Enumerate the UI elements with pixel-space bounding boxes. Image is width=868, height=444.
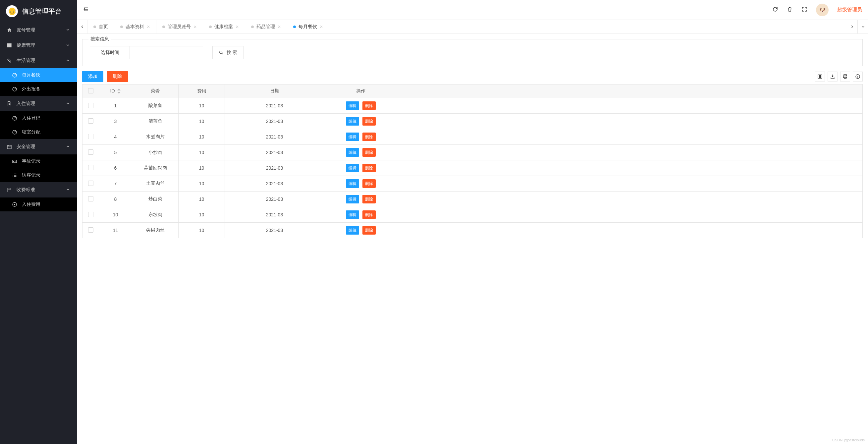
select-all-checkbox[interactable] [88, 88, 93, 93]
add-button[interactable]: 添加 [82, 71, 103, 82]
row-checkbox[interactable] [88, 118, 93, 124]
row-checkbox[interactable] [88, 134, 93, 139]
avatar[interactable]: 🐶 [816, 4, 829, 16]
row-delete-button[interactable]: 删除 [363, 132, 376, 141]
menu-toggle-icon[interactable] [83, 6, 89, 13]
row-edit-button[interactable]: 编辑 [346, 179, 359, 188]
trash-icon[interactable] [787, 6, 793, 13]
data-table: ID 菜肴 费用 日期 操作 1 酸菜鱼 10 2021-03 编辑 删除 [82, 84, 863, 238]
col-id[interactable]: ID [99, 85, 132, 98]
tabs-row: 首页基本资料✕管理员账号✕健康档案✕药品管理✕每月餐饮✕ [77, 20, 868, 34]
chevron-up-icon [66, 144, 70, 150]
sidebar-group-header[interactable]: 健康管理 [0, 38, 77, 53]
dashboard-icon [12, 87, 17, 92]
sort-icon[interactable] [117, 88, 121, 94]
tab-label: 管理员账号 [168, 24, 191, 30]
row-edit-button[interactable]: 编辑 [346, 117, 359, 125]
calendar-icon [7, 144, 12, 149]
tab[interactable]: 基本资料✕ [114, 20, 156, 33]
doc-icon [7, 101, 12, 106]
row-delete-button[interactable]: 删除 [363, 226, 376, 235]
dashboard-icon [12, 129, 17, 135]
sidebar-group-header[interactable]: 生活管理 [0, 53, 77, 68]
tab[interactable]: 健康档案✕ [203, 20, 245, 33]
print-tool-icon[interactable] [840, 71, 850, 82]
date-input-group: 选择时间 [90, 46, 203, 59]
export-tool-icon[interactable] [828, 71, 838, 82]
cell-dish: 水煮肉片 [132, 129, 179, 145]
row-edit-button[interactable]: 编辑 [346, 164, 359, 172]
row-delete-button[interactable]: 删除 [363, 179, 376, 188]
fullscreen-icon[interactable] [801, 6, 807, 13]
cell-date: 2021-03 [225, 176, 324, 191]
columns-tool-icon[interactable] [815, 71, 825, 82]
sidebar-group-header[interactable]: 安全管理 [0, 139, 77, 154]
tab-close-icon[interactable]: ✕ [193, 25, 197, 29]
tabs-scroll-right[interactable] [847, 20, 858, 33]
row-edit-button[interactable]: 编辑 [346, 101, 359, 110]
cell-id: 1 [99, 98, 132, 114]
row-checkbox[interactable] [88, 227, 93, 233]
row-edit-button[interactable]: 编辑 [346, 210, 359, 219]
tab-close-icon[interactable]: ✕ [320, 25, 323, 29]
cell-id: 3 [99, 114, 132, 129]
row-delete-button[interactable]: 删除 [363, 195, 376, 203]
cell-date: 2021-03 [225, 145, 324, 160]
row-delete-button[interactable]: 删除 [363, 117, 376, 125]
row-checkbox[interactable] [88, 181, 93, 186]
row-edit-button[interactable]: 编辑 [346, 132, 359, 141]
row-edit-button[interactable]: 编辑 [346, 148, 359, 157]
tab-dot-icon [162, 26, 165, 28]
sidebar-group-header[interactable]: 收费标准 [0, 182, 77, 198]
row-delete-button[interactable]: 删除 [363, 164, 376, 172]
sidebar-group-header[interactable]: 账号管理 [0, 23, 77, 38]
search-button[interactable]: 搜 索 [212, 46, 244, 59]
row-edit-button[interactable]: 编辑 [346, 195, 359, 203]
tab-close-icon[interactable]: ✕ [236, 25, 239, 29]
row-delete-button[interactable]: 删除 [363, 210, 376, 219]
cell-date: 2021-03 [225, 160, 324, 176]
cell-id: 7 [99, 176, 132, 191]
sidebar-item[interactable]: 外出报备 [0, 82, 77, 96]
tab[interactable]: 每月餐饮✕ [287, 20, 329, 33]
main: 🐶 超级管理员 首页基本资料✕管理员账号✕健康档案✕药品管理✕每月餐饮✕ 搜索信… [77, 0, 868, 444]
sidebar-item[interactable]: 每月餐饮 [0, 68, 77, 82]
row-checkbox[interactable] [88, 165, 93, 170]
tab-close-icon[interactable]: ✕ [278, 25, 281, 29]
row-checkbox[interactable] [88, 149, 93, 155]
row-edit-button[interactable]: 编辑 [346, 226, 359, 235]
sidebar-item-label: 外出报备 [22, 86, 40, 92]
sidebar-group-label: 收费标准 [17, 187, 35, 193]
sidebar-item[interactable]: 入住登记 [0, 111, 77, 125]
info-tool-icon[interactable] [853, 71, 863, 82]
sidebar-item[interactable]: 访客记录 [0, 168, 77, 182]
sidebar-item-label: 入住费用 [22, 202, 40, 207]
username[interactable]: 超级管理员 [837, 7, 862, 13]
tab[interactable]: 首页 [88, 20, 114, 33]
refresh-icon[interactable] [772, 6, 778, 13]
tab-label: 药品管理 [256, 24, 275, 30]
tabs-more[interactable] [858, 20, 868, 33]
cell-id: 5 [99, 145, 132, 160]
delete-button[interactable]: 删除 [107, 71, 128, 82]
row-checkbox[interactable] [88, 103, 93, 108]
tabs-scroll-left[interactable] [77, 20, 88, 33]
table-row: 6 蒜苗回锅肉 10 2021-03 编辑 删除 [83, 160, 863, 176]
cell-date: 2021-03 [225, 207, 324, 223]
tab-dot-icon [293, 26, 296, 28]
sidebar-group-header[interactable]: 入住管理 [0, 96, 77, 111]
sidebar-item[interactable]: 事故记录 [0, 154, 77, 168]
tab[interactable]: 管理员账号✕ [156, 20, 203, 33]
tab[interactable]: 药品管理✕ [245, 20, 287, 33]
sidebar-item[interactable]: 入住费用 [0, 198, 77, 211]
row-checkbox[interactable] [88, 196, 93, 202]
row-delete-button[interactable]: 删除 [363, 148, 376, 157]
row-checkbox[interactable] [88, 212, 93, 217]
date-input[interactable] [130, 47, 203, 59]
tab-close-icon[interactable]: ✕ [147, 25, 150, 29]
row-delete-button[interactable]: 删除 [363, 101, 376, 110]
table-row: 10 东坡肉 10 2021-03 编辑 删除 [83, 207, 863, 223]
app-title: 信息管理平台 [22, 7, 62, 16]
tab-dot-icon [93, 26, 96, 28]
sidebar-item[interactable]: 寝室分配 [0, 125, 77, 139]
